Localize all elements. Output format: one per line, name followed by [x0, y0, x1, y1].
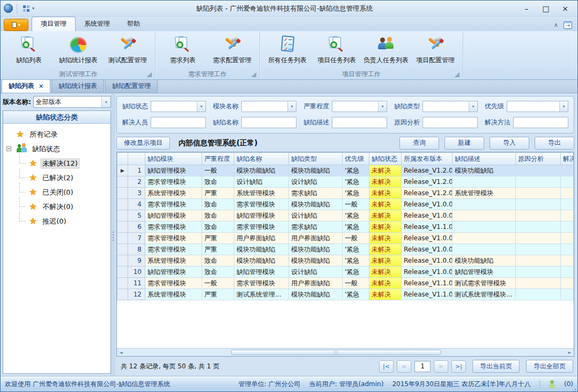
ribbon-group-title: 测试管理工作 — [59, 70, 98, 79]
ribbon-tab-2[interactable]: 帮助 — [118, 17, 149, 31]
filter-input[interactable] — [513, 117, 568, 128]
column-header-solution[interactable]: 解决方法 — [561, 153, 574, 165]
pie-chart-icon — [68, 35, 88, 54]
column-header-priority[interactable]: 优先级 — [343, 153, 369, 165]
cell-module: 需求管理模块 — [145, 244, 202, 255]
filter-input[interactable] — [151, 117, 206, 128]
tree-item-0[interactable]: ★所有记录 — [3, 127, 110, 142]
filter-input[interactable] — [332, 117, 387, 128]
ribbon-button[interactable]: 项目任务列表 — [314, 33, 360, 69]
cell-name: 需求管理模块 — [234, 199, 289, 210]
close-tab-icon[interactable]: × — [39, 83, 43, 90]
ribbon-button[interactable]: 缺陷统计报表 — [55, 33, 101, 69]
export-current-page-button[interactable]: 导出当前页 — [472, 360, 520, 373]
scroll-right-icon[interactable]: ► — [566, 350, 574, 355]
collapse-ribbon-icon[interactable]: ∧ — [554, 23, 558, 28]
chevron-down-icon[interactable]: ▾ — [469, 101, 477, 112]
table-row[interactable]: 10缺陷管理模块致命缺陷管理模块设计缺陷'紧急未解决Release_V1.0.0… — [117, 267, 574, 278]
ribbon-button[interactable]: 测试配置管理 — [105, 33, 151, 69]
ribbon-button[interactable]: 缺陷列表 — [6, 33, 52, 69]
row-indicator-cell — [117, 199, 128, 210]
chevron-down-icon[interactable]: ▾ — [101, 97, 110, 107]
table-row[interactable]: 8需求管理模块严重模块功能缺陷模块功能缺陷'紧急未解决Release_V1.0.… — [117, 244, 574, 255]
import-button[interactable]: 导入 — [490, 137, 529, 150]
dialog-launcher-icon[interactable] — [455, 72, 460, 77]
filter-label: 模块名称 — [213, 102, 239, 111]
table-row[interactable]: 9系统管理模块致命模块功能缺陷模块功能缺陷'紧急未解决Release_V1.0.… — [117, 255, 574, 267]
ribbon-button-label: 需求列表 — [170, 56, 196, 65]
table-row[interactable]: 7需求管理模块严重用户界面缺陷用户界面缺陷一般未解决Release_V1.0.0 — [117, 233, 574, 244]
filter-input[interactable] — [423, 117, 478, 128]
sidebar-splitter[interactable] — [111, 93, 115, 376]
modify-columns-button[interactable]: 修改显示项目 — [116, 137, 170, 150]
first-page-button[interactable]: |< — [379, 360, 394, 373]
doc-tab-0[interactable]: 缺陷列表× — [2, 79, 50, 93]
chevron-down-icon[interactable]: ▾ — [287, 101, 296, 112]
ribbon-tab-0[interactable]: 项目管理 — [32, 17, 76, 31]
version-select[interactable]: 全部版本 ▾ — [33, 96, 111, 108]
column-header-version[interactable]: 所属发布版本 — [402, 153, 453, 165]
doc-tab-1[interactable]: 缺陷统计报表 — [51, 79, 104, 93]
ribbon-tab-1[interactable]: 系统管理 — [76, 17, 118, 31]
scrollbar-thumb[interactable]: ||| — [231, 350, 441, 355]
filter-combo[interactable]: ▾ — [332, 101, 387, 112]
ribbon-button[interactable]: 负责人任务列表 — [363, 33, 409, 69]
filter-combo[interactable]: ▾ — [151, 101, 206, 112]
column-header-analysis[interactable]: 原因分析 — [516, 153, 561, 165]
prev-page-button[interactable]: < — [397, 360, 411, 373]
collapse-node-icon[interactable] — [6, 146, 11, 151]
quick-access-toolbar[interactable]: ▾ — [21, 4, 36, 13]
page-number-input[interactable]: 1 — [414, 361, 431, 372]
export-all-pages-button[interactable]: 导出全部页 — [526, 360, 573, 373]
search-docs-icon — [173, 35, 193, 54]
filter-combo[interactable]: ▾ — [241, 101, 297, 112]
column-header-name[interactable]: 缺陷名称 — [234, 153, 289, 165]
table-row[interactable]: ▶1缺陷管理模块一般模块功能缺陷模块功能缺陷'紧急未解决Release_V1.2… — [117, 165, 574, 176]
scroll-left-icon[interactable]: ◄ — [117, 350, 125, 355]
dialog-launcher-icon[interactable] — [251, 72, 256, 77]
column-header-severity[interactable]: 严重程度 — [202, 153, 234, 165]
table-row[interactable]: 5缺陷管理模块致命缺陷管理模块设计缺陷'紧急未解决Release_V1.0.0 — [117, 210, 574, 221]
last-page-button[interactable]: >| — [451, 360, 466, 373]
column-header-desc[interactable]: 缺陷描述 — [453, 153, 516, 165]
search-button[interactable]: 查询 — [399, 137, 439, 150]
ribbon-button[interactable]: 需求列表 — [160, 33, 206, 69]
help-icon[interactable]: → — [564, 21, 572, 29]
cell-type: 模块功能缺陷 — [289, 255, 343, 267]
table-row[interactable]: 12系统管理模块严重测试系统管理...模块功能缺陷'紧急未解决Release_V… — [117, 289, 574, 300]
chevron-down-icon[interactable]: ▾ — [559, 101, 568, 112]
cell-priority: '紧急 — [343, 244, 369, 255]
application-menu-button[interactable]: ▾ — [4, 19, 28, 31]
filter-combo[interactable]: ▾ — [507, 101, 568, 112]
cell-priority: '紧急 — [343, 289, 369, 300]
table-row[interactable]: 11需求管理模块一般需求管理模块用户界面缺陷一般未解决Release_V1.1.… — [117, 278, 574, 289]
filter-combo[interactable]: ▾ — [423, 101, 478, 112]
chevron-down-icon[interactable]: ▾ — [378, 101, 387, 112]
export-button[interactable]: 导出 — [535, 137, 574, 150]
table-row[interactable]: 4需求管理模块致命需求管理模块模块功能缺陷一般未解决Release_V1.0.0 — [117, 199, 574, 210]
doc-tab-2[interactable]: 缺陷配置管理 — [105, 79, 158, 93]
star-icon: ★ — [29, 217, 37, 226]
tree-item-6[interactable]: ★推迟(0) — [3, 214, 110, 228]
table-row[interactable]: 2需求管理模块致命设计缺陷设计缺陷'紧急未解决Release_V1.2.0 — [117, 176, 574, 188]
table-row[interactable]: 6需求管理模块致命需求管理模块需求缺陷'紧急未解决Release_V1.1.0 — [117, 221, 574, 233]
ribbon-button[interactable]: 需求配置管理 — [209, 33, 255, 69]
chevron-down-icon[interactable]: ▾ — [32, 6, 34, 11]
chevron-down-icon[interactable]: ▾ — [197, 101, 205, 112]
ribbon-button[interactable]: ✓✓✓所有任务列表 — [264, 33, 310, 69]
horizontal-scrollbar[interactable]: ◄ ||| ► — [117, 348, 574, 356]
column-header-module[interactable]: 缺陷模块 — [145, 153, 202, 165]
dialog-launcher-icon[interactable] — [147, 72, 152, 77]
cell-priority: '紧急 — [343, 210, 369, 221]
table-row[interactable]: 3系统管理模块严重系统管理模块需求缺陷'紧急未解决Release_V1.2.0系… — [117, 188, 574, 199]
new-button[interactable]: 新建 — [444, 137, 484, 150]
resize-grip-icon[interactable] — [575, 389, 576, 390]
filter-input[interactable] — [241, 117, 297, 128]
maximize-button[interactable]: □ — [537, 2, 555, 15]
column-header-type[interactable]: 缺陷类型 — [289, 153, 343, 165]
next-page-button[interactable]: > — [434, 360, 448, 373]
minimize-button[interactable]: – — [517, 2, 536, 15]
close-button[interactable]: × — [556, 2, 574, 15]
column-header-status[interactable]: 缺陷状态 — [369, 153, 402, 165]
ribbon-button[interactable]: 项目配置管理 — [412, 33, 458, 69]
